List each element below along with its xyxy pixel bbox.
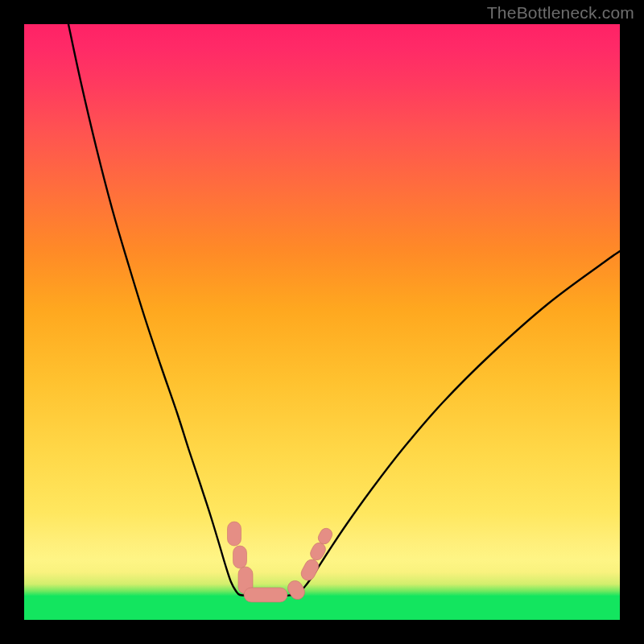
chart-svg <box>24 24 620 620</box>
watermark-text: TheBottleneck.com <box>487 3 634 23</box>
data-marker <box>285 578 308 602</box>
data-marker <box>299 557 321 583</box>
chart-frame: TheBottleneck.com <box>0 0 644 644</box>
data-marker <box>244 588 287 602</box>
curve-path <box>68 24 620 597</box>
bottleneck-curve <box>68 24 620 597</box>
data-marker <box>228 522 242 546</box>
curve-markers <box>228 522 335 602</box>
data-marker <box>233 546 247 568</box>
plot-area <box>24 24 620 620</box>
